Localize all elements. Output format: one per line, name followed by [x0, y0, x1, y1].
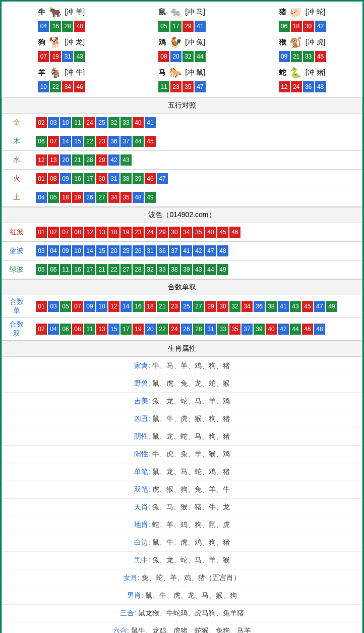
zodiac-icon: 🐖 — [287, 6, 305, 18]
ball: 39 — [254, 324, 265, 335]
ball: 30 — [96, 173, 107, 184]
ball: 34 — [241, 301, 253, 312]
row-balls: 05061116172122272832333839434449 — [31, 260, 362, 279]
ball: 11 — [158, 81, 169, 92]
ball: 23 — [133, 227, 144, 238]
ball: 47 — [157, 173, 168, 184]
ball: 24 — [169, 324, 180, 335]
ball: 33 — [157, 264, 168, 275]
ball: 41 — [145, 117, 156, 128]
ball: 38 — [120, 173, 132, 184]
row-balls: 1213202128294243 — [31, 151, 362, 170]
ball: 07 — [72, 301, 83, 312]
zodiac-name: 鼠 — [159, 8, 166, 17]
row-label: 火 — [2, 170, 31, 188]
zodiac-conflict: [冲 兔] — [185, 38, 205, 47]
row-label: 土 — [2, 188, 31, 207]
ball: 33 — [120, 117, 132, 128]
ball: 36 — [157, 245, 168, 256]
ball: 04 — [38, 21, 49, 32]
ball: 12 — [108, 301, 119, 312]
ball: 32 — [145, 264, 156, 275]
attr-row: 三合: 鼠龙猴、牛蛇鸡、虎马狗、兔羊猪 — [2, 604, 362, 622]
zodiac-cell: 牛🐂[冲 羊]04162840 — [2, 4, 122, 34]
zodiac-icon: 🐐 — [46, 67, 64, 79]
ball-row: 12243648 — [242, 81, 362, 93]
ball: 08 — [72, 324, 83, 335]
ball: 39 — [133, 173, 144, 184]
ball: 23 — [96, 136, 107, 147]
ball: 38 — [169, 264, 180, 275]
attr-value: 兔、龙、蛇、马、羊、鸡 — [152, 397, 230, 405]
ball: 28 — [193, 324, 204, 335]
row-label: 绿波 — [2, 260, 31, 279]
ball: 31 — [108, 173, 119, 184]
ball: 17 — [120, 324, 132, 335]
ball: 38 — [266, 301, 277, 312]
row-balls: 0103050709101214161821232527293032343638… — [31, 295, 362, 318]
ball: 20 — [60, 154, 71, 166]
ball: 29 — [205, 301, 216, 312]
ball: 40 — [74, 21, 85, 32]
zodiac-name: 猪 — [279, 8, 286, 17]
attr-value: 兔、马、猴、猪、牛、龙 — [152, 503, 230, 511]
row-balls: 0108091617303138394647 — [31, 170, 362, 188]
ball: 06 — [279, 21, 290, 32]
ball: 48 — [133, 192, 144, 203]
ball: 45 — [145, 136, 156, 147]
ball: 41 — [181, 245, 192, 256]
zodiac-cell: 鼠🐀[冲 马]05172941 — [122, 4, 242, 34]
wuxing-header: 五行对照 — [2, 98, 362, 114]
ball: 23 — [170, 81, 181, 92]
ball: 32 — [108, 117, 119, 128]
zodiac-conflict: [冲 羊] — [65, 8, 85, 17]
ball: 22 — [50, 81, 61, 92]
ball: 22 — [157, 324, 168, 335]
attr-label: 黑中: — [134, 556, 152, 564]
ball: 27 — [120, 264, 132, 275]
ball: 07 — [60, 227, 71, 238]
zodiac-conflict: [冲 牛] — [65, 68, 85, 77]
ball-row: 04162840 — [2, 20, 122, 32]
ball: 01 — [36, 227, 47, 238]
ball: 04 — [48, 245, 59, 256]
attr-value: 鼠、牛、虎、猴、狗、猪 — [152, 414, 230, 423]
row-balls: 0102070812131819232429303435404546 — [31, 223, 362, 242]
ball: 37 — [241, 324, 253, 335]
ball: 49 — [145, 192, 156, 203]
ball: 08 — [72, 227, 83, 238]
ball: 43 — [120, 154, 132, 166]
row-label: 水 — [2, 151, 31, 170]
zodiac-icon: 🐒 — [287, 36, 305, 48]
ball: 48 — [314, 324, 325, 335]
ball: 40 — [205, 227, 216, 238]
ball: 12 — [84, 227, 95, 238]
ball: 47 — [195, 81, 206, 92]
ball: 30 — [169, 227, 180, 238]
ball: 31 — [205, 324, 216, 335]
attr-row: 吉美: 兔、龙、蛇、马、羊、鸡 — [2, 392, 362, 410]
zodiac-name: 羊 — [38, 68, 45, 77]
ball: 15 — [108, 324, 119, 335]
ball: 12 — [279, 81, 290, 92]
ball: 10 — [96, 301, 107, 312]
ball: 35 — [193, 227, 204, 238]
ball: 15 — [96, 245, 107, 256]
ball: 32 — [183, 51, 194, 62]
row-label: 合数双 — [2, 318, 31, 341]
attr-row: 野兽: 鼠、虎、兔、龙、蛇、猴 — [2, 375, 362, 392]
ball: 44 — [195, 51, 206, 62]
ball-row: 05172941 — [122, 20, 242, 32]
row-label: 合数单 — [2, 295, 31, 318]
attr-label: 家禽: — [134, 361, 152, 370]
ball: 03 — [36, 245, 47, 256]
row-balls: 0204060811131517192022242628313335373940… — [31, 318, 362, 341]
row-balls: 06071415222336374445 — [31, 132, 362, 151]
ball: 18 — [60, 192, 71, 203]
zodiac-icon: 🐂 — [46, 6, 64, 18]
attr-row: 双笔: 虎、猴、狗、兔、羊、牛 — [2, 481, 362, 498]
ball: 36 — [303, 81, 314, 92]
attr-label: 凶丑: — [134, 414, 152, 423]
ball: 46 — [302, 324, 313, 335]
ball: 40 — [133, 117, 144, 128]
